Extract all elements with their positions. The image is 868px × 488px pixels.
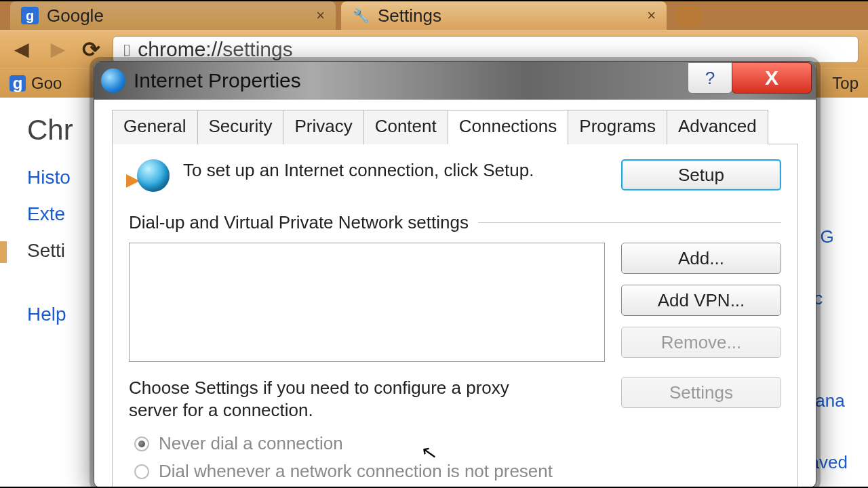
radio-label: Never dial a connection <box>159 433 343 454</box>
bookmark-top[interactable]: Top <box>832 74 859 93</box>
google-favicon-icon: g <box>9 75 26 92</box>
setup-instruction: To set up an Internet connection, click … <box>183 159 534 182</box>
forward-button[interactable]: ► <box>46 35 71 64</box>
tab-content[interactable]: Content <box>363 110 448 144</box>
settings-button: Settings <box>621 377 781 408</box>
tab-close-icon[interactable]: × <box>647 7 656 24</box>
tab-google[interactable]: g Google × <box>10 1 336 30</box>
globe-icon <box>129 159 170 195</box>
tab-security[interactable]: Security <box>197 110 284 144</box>
dialup-group-label: Dial-up and Virtual Private Network sett… <box>129 212 781 233</box>
tab-strip: g Google × 🔧 Settings × <box>0 0 868 30</box>
dialog-title: Internet Properties <box>134 69 301 92</box>
google-favicon-icon: g <box>21 7 39 24</box>
new-tab-button[interactable] <box>675 7 702 27</box>
page-icon: ▯ <box>123 41 131 58</box>
add-vpn-button[interactable]: Add VPN... <box>621 285 781 316</box>
dialup-listbox[interactable] <box>129 243 605 362</box>
reload-button[interactable]: ⟳ <box>82 37 100 62</box>
tab-general[interactable]: General <box>112 110 198 144</box>
connections-panel: To set up an Internet connection, click … <box>112 144 798 488</box>
internet-options-icon <box>101 68 125 93</box>
group-rule <box>478 222 781 223</box>
dialog-window-controls: ? X <box>688 62 812 94</box>
url-text: chrome://settings <box>138 38 292 61</box>
radio-dot-icon <box>134 436 149 451</box>
tab-privacy[interactable]: Privacy <box>283 110 363 144</box>
tab-connections[interactable]: Connections <box>448 110 569 144</box>
group-label-text: Dial-up and Virtual Private Network sett… <box>129 212 469 233</box>
tab-title: Settings <box>378 5 441 26</box>
radio-label: Dial whenever a network connection is no… <box>159 461 553 482</box>
proxy-instruction: Choose Settings if you need to configure… <box>129 377 542 421</box>
dialog-titlebar[interactable]: Internet Properties ? X <box>94 62 816 100</box>
tab-advanced[interactable]: Advanced <box>667 110 768 144</box>
internet-properties-dialog: Internet Properties ? X General Security… <box>94 61 816 488</box>
wrench-icon: 🔧 <box>352 7 370 24</box>
dialog-tabs: General Security Privacy Content Connect… <box>112 109 798 144</box>
dial-radio-group: Never dial a connection Dial whenever a … <box>129 433 781 482</box>
close-button[interactable]: X <box>732 62 812 94</box>
back-button[interactable]: ◄ <box>9 35 34 64</box>
radio-dot-icon <box>134 464 149 479</box>
address-bar[interactable]: ▯ chrome://settings <box>113 36 859 63</box>
tab-programs[interactable]: Programs <box>568 110 667 144</box>
radio-dial-when-absent[interactable]: Dial whenever a network connection is no… <box>134 461 781 482</box>
tab-close-icon[interactable]: × <box>316 7 325 24</box>
dialog-body: General Security Privacy Content Connect… <box>94 100 816 488</box>
radio-never-dial[interactable]: Never dial a connection <box>134 433 781 454</box>
setup-button[interactable]: Setup <box>621 159 781 190</box>
url-scheme: chrome:// <box>138 38 222 60</box>
bookmarks-right: Top <box>832 74 859 93</box>
url-path: settings <box>222 38 292 60</box>
tab-title: Google <box>47 5 104 26</box>
add-button[interactable]: Add... <box>621 243 781 274</box>
bookmark-google[interactable]: g Goo <box>9 74 62 93</box>
remove-button: Remove... <box>621 327 781 358</box>
help-button[interactable]: ? <box>688 62 732 94</box>
bookmark-label: Goo <box>31 74 62 93</box>
tab-settings[interactable]: 🔧 Settings × <box>341 1 667 30</box>
